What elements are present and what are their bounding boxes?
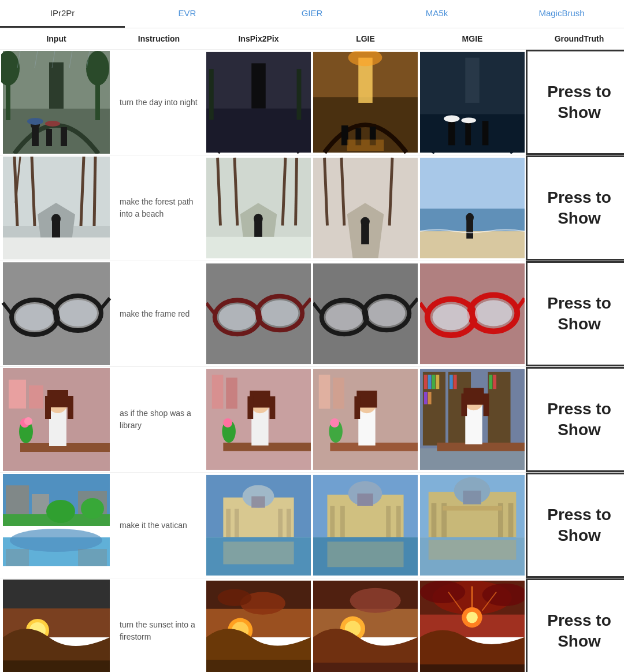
press-to-show-button-5: Press toShow <box>526 578 624 672</box>
svg-rect-106 <box>29 385 43 409</box>
svg-point-92 <box>368 300 406 326</box>
lgie-image-5 <box>312 578 419 672</box>
svg-rect-151 <box>489 375 492 389</box>
svg-point-51 <box>51 214 61 224</box>
svg-rect-157 <box>461 393 467 416</box>
svg-point-41 <box>444 116 459 122</box>
mgie-image-1 <box>419 155 526 261</box>
svg-rect-5 <box>46 129 52 146</box>
instruction-0: turn the day into night <box>113 50 205 155</box>
mgie-image-5 <box>419 578 526 672</box>
lgie-image-1 <box>312 155 419 261</box>
svg-point-7 <box>27 118 43 125</box>
svg-rect-173 <box>251 496 265 508</box>
svg-rect-52 <box>3 237 110 259</box>
svg-rect-67 <box>420 158 525 214</box>
table-row: make the frame red <box>0 261 624 367</box>
svg-point-167 <box>10 529 102 552</box>
mgie-image-4 <box>419 473 526 578</box>
svg-rect-143 <box>432 375 436 389</box>
svg-rect-125 <box>247 396 253 419</box>
instruction-4: make it the vatican <box>113 473 205 578</box>
col-mgie: MGIE <box>419 34 526 43</box>
col-lgie: LGIE <box>312 34 419 43</box>
svg-rect-152 <box>493 375 496 389</box>
groundtruth-3[interactable]: Press toShow <box>526 367 624 472</box>
col-groundtruth: GroundTruth <box>526 34 624 43</box>
svg-point-66 <box>361 217 370 227</box>
instruction-1: make the forest path into a beach <box>113 155 205 261</box>
col-inspix2pix: InsPix2Pix <box>205 34 312 43</box>
svg-rect-126 <box>270 396 276 419</box>
lgie-image-0 <box>312 50 419 155</box>
svg-rect-185 <box>340 506 345 540</box>
svg-rect-176 <box>278 509 283 540</box>
svg-rect-177 <box>287 509 291 540</box>
press-to-show-button-4: Press toShow <box>526 473 624 578</box>
input-image-3 <box>0 367 113 472</box>
svg-point-213 <box>218 589 252 606</box>
svg-point-75 <box>16 304 54 331</box>
press-to-show-button-2: Press toShow <box>526 261 624 366</box>
svg-rect-175 <box>235 509 239 540</box>
svg-rect-200 <box>429 540 517 559</box>
svg-rect-144 <box>436 375 439 389</box>
mgie-image-2 <box>419 261 526 366</box>
svg-rect-232 <box>420 664 525 672</box>
tab-magicbrush[interactable]: MagicBrush <box>499 0 624 28</box>
svg-point-59 <box>254 214 263 224</box>
press-to-show-button-0: Press toShow <box>526 50 624 155</box>
svg-point-91 <box>326 304 363 330</box>
svg-rect-141 <box>424 375 428 389</box>
tab-ipr2pr[interactable]: IPr2Pr <box>0 0 125 28</box>
svg-rect-118 <box>226 378 237 409</box>
svg-point-120 <box>223 418 232 428</box>
inspix-image-5 <box>205 578 312 672</box>
groundtruth-4[interactable]: Press toShow <box>526 473 624 578</box>
svg-rect-19 <box>251 63 265 108</box>
svg-rect-38 <box>448 120 455 145</box>
svg-rect-2 <box>49 62 64 109</box>
svg-rect-168 <box>6 549 29 566</box>
instruction-5: turn the sunset into a firestorm <box>113 578 205 672</box>
svg-rect-130 <box>333 378 344 409</box>
svg-rect-117 <box>212 375 224 409</box>
svg-rect-199 <box>443 506 502 511</box>
svg-rect-146 <box>428 392 432 404</box>
groundtruth-2[interactable]: Press toShow <box>526 261 624 366</box>
svg-rect-25 <box>209 69 214 120</box>
svg-rect-36 <box>465 58 479 103</box>
svg-rect-174 <box>226 509 231 540</box>
svg-rect-202 <box>3 580 110 608</box>
groundtruth-5[interactable]: Press toShow <box>526 578 624 672</box>
svg-point-109 <box>24 417 32 425</box>
tab-evr[interactable]: EVR <box>125 0 250 28</box>
svg-rect-148 <box>450 375 453 389</box>
column-headers: Input Instruction InsPix2Pix LGIE MGIE G… <box>0 28 624 50</box>
svg-rect-183 <box>357 493 373 506</box>
groundtruth-0[interactable]: Press toShow <box>526 50 624 155</box>
table-row: turn the sunset into a firestorm <box>0 578 624 672</box>
svg-point-228 <box>466 612 478 623</box>
input-image-5 <box>0 578 113 672</box>
svg-rect-169 <box>78 549 107 566</box>
svg-point-100 <box>475 300 512 326</box>
svg-point-220 <box>350 588 401 613</box>
svg-rect-189 <box>327 541 403 567</box>
svg-rect-221 <box>313 663 418 672</box>
input-image-0 <box>0 50 113 155</box>
svg-rect-40 <box>482 121 489 145</box>
mgie-image-3 <box>419 367 526 472</box>
groundtruth-1[interactable]: Press toShow <box>526 155 624 261</box>
svg-rect-6 <box>61 127 67 146</box>
input-image-2 <box>0 261 113 366</box>
tab-ma5k[interactable]: MA5k <box>374 0 499 28</box>
svg-rect-26 <box>297 69 302 120</box>
tab-gier[interactable]: GIER <box>250 0 374 28</box>
svg-rect-34 <box>347 140 384 151</box>
svg-rect-114 <box>45 396 51 419</box>
svg-rect-184 <box>330 506 335 540</box>
svg-rect-105 <box>9 380 26 409</box>
svg-rect-193 <box>463 491 481 504</box>
inspix-image-3 <box>205 367 312 472</box>
